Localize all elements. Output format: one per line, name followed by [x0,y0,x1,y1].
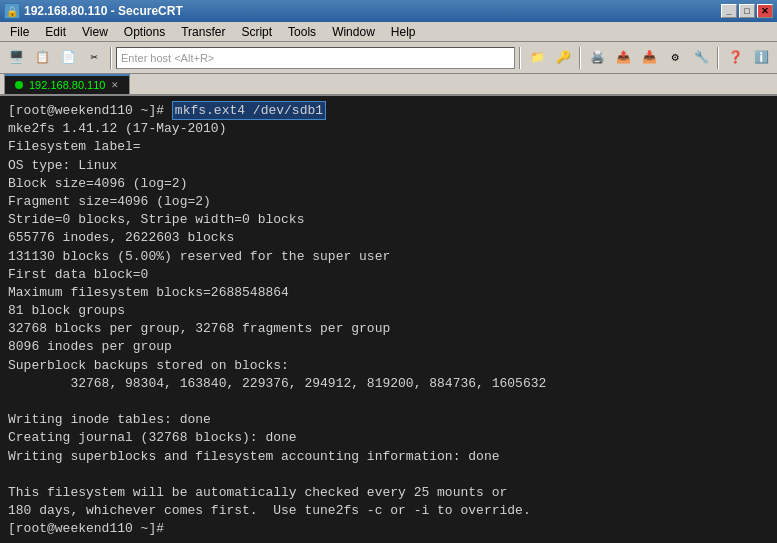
title-bar: 🔒 192.168.80.110 - SecureCRT _ □ ✕ [0,0,777,22]
toolbar-btn-help[interactable]: ❓ [723,46,747,70]
toolbar-btn-4[interactable]: ✂️ [82,46,106,70]
separator-4 [717,47,719,69]
tab-indicator [15,81,23,89]
separator-2 [519,47,521,69]
menu-tools[interactable]: Tools [280,22,324,41]
menu-window[interactable]: Window [324,22,383,41]
menu-file[interactable]: File [2,22,37,41]
menu-view[interactable]: View [74,22,116,41]
menu-options[interactable]: Options [116,22,173,41]
toolbar-btn-6[interactable]: 📥 [637,46,661,70]
tab-label: 192.168.80.110 [29,79,105,91]
toolbar-btn-key[interactable]: 🔑 [551,46,575,70]
close-button[interactable]: ✕ [757,4,773,18]
tab-session[interactable]: 192.168.80.110 ✕ [4,74,130,94]
toolbar-btn-print[interactable]: 🖨️ [585,46,609,70]
toolbar: 🖥️ 📋 📄 ✂️ Enter host <Alt+R> 📁 🔑 🖨️ 📤 📥 … [0,42,777,74]
menu-edit[interactable]: Edit [37,22,74,41]
terminal[interactable]: [root@weekend110 ~]# mkfs.ext4 /dev/sdb1… [0,96,777,543]
toolbar-btn-connect[interactable]: 📁 [525,46,549,70]
minimize-button[interactable]: _ [721,4,737,18]
maximize-button[interactable]: □ [739,4,755,18]
toolbar-btn-8[interactable]: 🔧 [689,46,713,70]
menu-help[interactable]: Help [383,22,424,41]
toolbar-btn-1[interactable]: 🖥️ [4,46,28,70]
toolbar-btn-info[interactable]: ℹ️ [749,46,773,70]
app-icon: 🔒 [4,3,20,19]
toolbar-btn-2[interactable]: 📋 [30,46,54,70]
address-bar-text: Enter host <Alt+R> [121,52,214,64]
separator-3 [579,47,581,69]
address-bar[interactable]: Enter host <Alt+R> [116,47,515,69]
separator-1 [110,47,112,69]
menu-bar: File Edit View Options Transfer Script T… [0,22,777,42]
window-controls: _ □ ✕ [721,4,773,18]
tab-bar: 192.168.80.110 ✕ [0,74,777,96]
menu-transfer[interactable]: Transfer [173,22,233,41]
window-title: 192.168.80.110 - SecureCRT [24,4,721,18]
toolbar-btn-3[interactable]: 📄 [56,46,80,70]
menu-script[interactable]: Script [233,22,280,41]
toolbar-btn-5[interactable]: 📤 [611,46,635,70]
tab-close-button[interactable]: ✕ [111,80,119,90]
toolbar-btn-7[interactable]: ⚙️ [663,46,687,70]
